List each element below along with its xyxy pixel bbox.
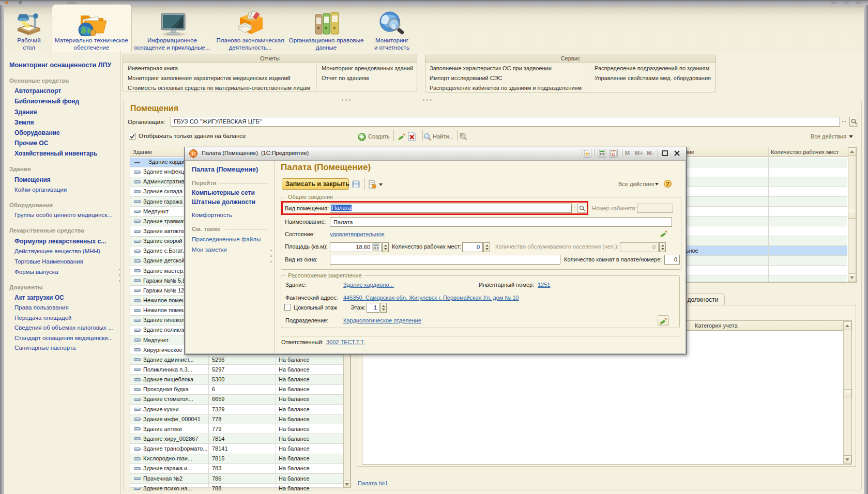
svg-text:31: 31: [611, 152, 615, 156]
